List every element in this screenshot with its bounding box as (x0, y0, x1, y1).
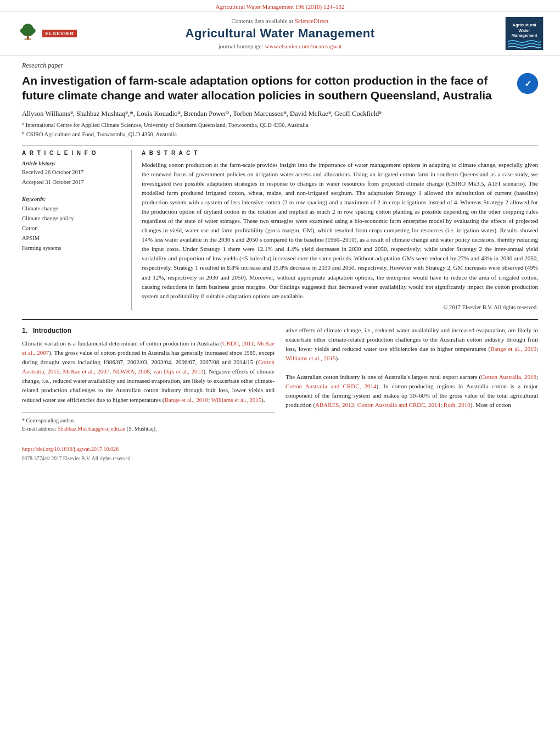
main-content: Research paper An investigation of farm-… (0, 56, 560, 468)
abstract-header: A B S T R A C T (142, 150, 538, 156)
accepted-date: Accepted 31 October 2017 (22, 178, 121, 187)
keyword-1: Climate change (22, 204, 121, 214)
article-info-abstract-section: A R T I C L E I N F O Article history: R… (22, 150, 538, 310)
journal-citation-bar: Agricultural Water Management 196 (2018)… (0, 0, 560, 12)
authors-text: Allyson Williamsᵃ, Shahbaz Mushtaqᵃ,*, L… (22, 110, 382, 118)
awm-logo-icon: Agricultural Water Management (505, 17, 544, 50)
ref-cotton-crdc-2014[interactable]: Cotton Australia and CRDC, 2014 (357, 401, 440, 408)
bottom-divider (22, 319, 538, 320)
ref-cotton-australia-crdc-2014[interactable]: Cotton Australia and CRDC, 2014 (285, 383, 377, 389)
authors-line: Allyson Williamsᵃ, Shahbaz Mushtaqᵃ,*, L… (22, 109, 538, 119)
awm-logo-container: Agricultural Water Management (483, 17, 544, 50)
ref-cotton-australia-2016[interactable]: Cotton Australia, 2016 (481, 373, 536, 380)
corresponding-author-note: * Corresponding author. (22, 416, 275, 425)
header-center: Contents lists available at ScienceDirec… (77, 18, 483, 49)
footnote-section: * Corresponding author. E-mail address: … (22, 412, 275, 463)
ref-bange-2010-r[interactable]: Bange et al., 2010 (490, 345, 536, 352)
ref-mcrae-2007-2[interactable]: McRae et al., 2007 (63, 368, 109, 375)
svg-text:Agricultural: Agricultural (512, 23, 536, 27)
elsevier-text: ELSEVIER (42, 30, 77, 37)
contents-prefix: Contents lists available at (231, 18, 294, 24)
article-history-label: Article history: (22, 160, 121, 166)
ref-roth-2010[interactable]: Roth, 2010 (444, 401, 471, 408)
sciencedirect-link[interactable]: ScienceDirect (295, 18, 329, 24)
keyword-5: Farming systems (22, 243, 121, 253)
abstract-column: A B S T R A C T Modelling cotton product… (132, 150, 538, 310)
journal-homepage-line: journal homepage: www.elsevier.com/locat… (77, 43, 483, 49)
article-info-header: A R T I C L E I N F O (22, 150, 121, 156)
ref-abares-2012[interactable]: ABARES, 2012 (315, 401, 354, 408)
abstract-text: Modelling cotton production at the farm-… (142, 160, 538, 301)
email-line: E-mail address: Shahbaz.Mushtaq@usq.edu.… (22, 425, 275, 433)
affiliations: ᵃ International Centre for Applied Clima… (22, 121, 538, 140)
article-title: An investigation of farm-scale adaptatio… (22, 73, 517, 103)
journal-title: Agricultural Water Management (77, 26, 483, 41)
keyword-2: Climate change policy (22, 214, 121, 224)
keyword-3: Cotton (22, 224, 121, 233)
journal-citation-text: Agricultural Water Management 196 (2018)… (215, 3, 344, 10)
affiliation-b: ᵇ CSIRO Agriculture and Food, Toowoomba,… (22, 130, 538, 140)
email-link[interactable]: Shahbaz.Mushtaq@usq.edu.au (58, 426, 125, 432)
keywords-list: Climate change Climate change policy Cot… (22, 204, 121, 253)
intro-section-title: Introduction (33, 327, 71, 334)
intro-paragraph-right: ative effects of climate change, i.e., r… (285, 326, 538, 363)
copyright-line: © 2017 Elsevier B.V. All rights reserved… (142, 304, 538, 310)
keyword-4: APSIM (22, 233, 121, 243)
article-info-column: A R T I C L E I N F O Article history: R… (22, 150, 132, 310)
keywords-label: Keywords: (22, 196, 121, 202)
doi-line: https://doi.org/10.1016/j.agwat.2017.10.… (22, 445, 275, 454)
ref-nlwra-2008[interactable]: NLWRA, 2008 (113, 368, 149, 375)
intro-section-heading: 1. Introduction (22, 326, 275, 336)
divider-1 (22, 145, 538, 146)
contents-available-text: Contents lists available at ScienceDirec… (77, 18, 483, 24)
intro-section-number: 1. (22, 327, 27, 334)
svg-rect-6 (25, 38, 31, 40)
email-label: E-mail address: (22, 426, 58, 432)
svg-text:✓: ✓ (524, 79, 531, 88)
body-left-col: 1. Introduction Climatic variation is a … (22, 326, 275, 463)
issn-line: 0378-3774/© 2017 Elsevier B.V. All right… (22, 455, 275, 463)
body-two-column: 1. Introduction Climatic variation is a … (22, 326, 538, 463)
article-type-label: Research paper (22, 62, 538, 70)
svg-text:Management: Management (511, 33, 537, 38)
doi-link[interactable]: https://doi.org/10.1016/j.agwat.2017.10.… (22, 446, 119, 452)
ref-williams-2015[interactable]: Williams et al., 2015 (211, 397, 262, 403)
ref-vandijk-2013[interactable]: van Dijk et al., 2013 (153, 368, 204, 375)
ref-crdc-2011[interactable]: CRDC, 2011 (222, 340, 254, 347)
elsevier-brand-box: ELSEVIER (42, 30, 77, 37)
page: Agricultural Water Management 196 (2018)… (0, 0, 560, 742)
homepage-prefix: journal homepage: (219, 43, 265, 49)
intro-paragraph-1: Climatic variation is a fundamental dete… (22, 339, 275, 404)
header-section: ELSEVIER Contents lists available at Sci… (0, 12, 560, 56)
crossmark-badge[interactable]: ✓ (517, 73, 538, 94)
elsevier-tree-icon (16, 17, 39, 50)
ref-williams-2015-r[interactable]: Williams et al., 2015 (285, 355, 336, 361)
received-date: Received 26 October 2017 (22, 168, 121, 177)
homepage-link[interactable]: www.elsevier.com/locate/agwat (265, 43, 342, 49)
intro-paragraph-right-2: The Australian cotton industry is one of… (285, 372, 538, 410)
body-right-col: ative effects of climate change, i.e., r… (285, 326, 538, 463)
elsevier-logo: ELSEVIER (16, 17, 77, 50)
article-title-section: An investigation of farm-scale adaptatio… (22, 73, 538, 103)
affiliation-a: ᵃ International Centre for Applied Clima… (22, 121, 538, 130)
svg-text:Water: Water (518, 28, 530, 33)
email-suffix: (S. Mushtaq). (127, 426, 157, 432)
ref-bange-2010[interactable]: Bange et al., 2010 (164, 397, 208, 403)
